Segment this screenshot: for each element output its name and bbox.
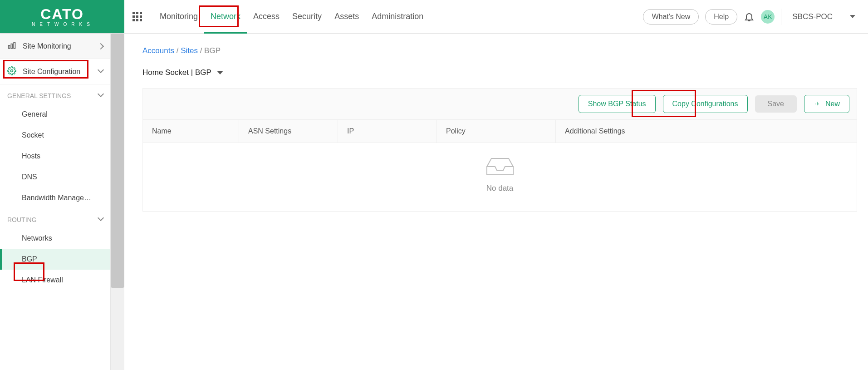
sidebar-section-general-settings[interactable]: GENERAL SETTINGS — [0, 84, 110, 104]
section-label-text: GENERAL SETTINGS — [7, 92, 71, 99]
sidebar-subitem-lan-firewall[interactable]: LAN Firewall — [0, 270, 110, 291]
chevron-down-icon — [98, 68, 103, 76]
sidebar: Site Monitoring Site Configuration GENER… — [0, 34, 111, 370]
column-header-asn[interactable]: ASN Settings — [239, 120, 338, 143]
sidebar-subitem-dns[interactable]: DNS — [0, 167, 110, 187]
sidebar-subitem-bandwidth[interactable]: Bandwidth Manage… — [0, 187, 110, 208]
sidebar-item-label: Site Configuration — [23, 68, 80, 76]
body-row: Site Monitoring Site Configuration GENER… — [0, 34, 868, 370]
save-button: Save — [755, 95, 797, 113]
apps-grid-icon[interactable] — [132, 12, 142, 22]
new-button-label: New — [825, 100, 840, 108]
column-header-ip[interactable]: IP — [338, 120, 437, 143]
sidebar-subitem-networks[interactable]: Networks — [0, 228, 110, 249]
breadcrumb-current: BGP — [204, 46, 221, 55]
toolbar: Show BGP Status Copy Configurations Save… — [142, 88, 857, 119]
column-header-name[interactable]: Name — [143, 120, 239, 143]
copy-configurations-button[interactable]: Copy Configurations — [663, 95, 748, 113]
empty-state-text: No data — [486, 184, 514, 193]
header-divider — [781, 9, 781, 25]
empty-state: No data — [142, 143, 857, 212]
sidebar-scroll-track[interactable] — [111, 34, 124, 370]
svg-rect-2 — [14, 42, 15, 48]
header-right: What's New Help AK SBCS-POC — [643, 0, 868, 33]
chevron-down-icon — [98, 216, 103, 223]
sidebar-subitem-general[interactable]: General — [0, 104, 110, 125]
section-label-text: ROUTING — [7, 216, 37, 223]
account-switcher[interactable]: SBCS-POC — [788, 12, 860, 21]
chevron-down-icon — [98, 92, 103, 99]
breadcrumb-separator: / — [177, 46, 181, 55]
whats-new-button[interactable]: What's New — [643, 9, 699, 25]
sidebar-item-label: Site Monitoring — [23, 42, 71, 50]
user-avatar[interactable]: AK — [761, 10, 775, 24]
page-title-text: Home Socket | BGP — [142, 68, 211, 77]
chevron-down-icon — [217, 71, 223, 74]
nav-administration[interactable]: Administration — [365, 0, 430, 34]
sidebar-subitem-bgp[interactable]: BGP — [0, 249, 110, 270]
account-name-label: SBCS-POC — [792, 12, 833, 21]
gear-icon — [7, 66, 16, 77]
svg-rect-1 — [11, 44, 12, 48]
brand-logo[interactable]: CATO NETWORKS — [0, 0, 124, 33]
logo-tagline-text: NETWORKS — [32, 22, 94, 27]
svg-point-3 — [11, 69, 13, 72]
svg-rect-0 — [9, 45, 10, 49]
sidebar-item-site-monitoring[interactable]: Site Monitoring — [0, 34, 110, 59]
show-bgp-status-button[interactable]: Show BGP Status — [579, 95, 656, 113]
sidebar-item-site-configuration[interactable]: Site Configuration — [0, 59, 110, 84]
sidebar-subitem-socket[interactable]: Socket — [0, 125, 110, 146]
sparkle-plus-icon — [814, 100, 822, 108]
new-button[interactable]: New — [804, 95, 849, 113]
nav-security[interactable]: Security — [286, 0, 328, 34]
main-content: Accounts / Sites / BGP Home Socket | BGP… — [124, 34, 868, 370]
svg-point-4 — [817, 104, 818, 104]
nav-network[interactable]: Network — [204, 0, 247, 34]
nav-monitoring[interactable]: Monitoring — [153, 0, 204, 34]
nav-access[interactable]: Access — [247, 0, 286, 34]
nav-assets[interactable]: Assets — [328, 0, 365, 34]
chevron-right-icon — [98, 42, 103, 50]
inbox-tray-icon — [485, 156, 515, 177]
chevron-down-icon — [850, 15, 855, 18]
sidebar-scroll-thumb[interactable] — [111, 34, 124, 288]
breadcrumb: Accounts / Sites / BGP — [142, 46, 857, 55]
column-header-policy[interactable]: Policy — [437, 120, 556, 143]
logo-brand-text: CATO — [40, 6, 84, 22]
main-nav: Monitoring Network Access Security Asset… — [124, 0, 643, 33]
column-header-additional[interactable]: Additional Settings — [556, 120, 857, 143]
breadcrumb-accounts-link[interactable]: Accounts — [142, 46, 174, 55]
breadcrumb-sites-link[interactable]: Sites — [181, 46, 198, 55]
notifications-bell-icon[interactable] — [744, 11, 755, 22]
page-title-dropdown[interactable]: Home Socket | BGP — [142, 68, 857, 77]
table-header-row: Name ASN Settings IP Policy Additional S… — [142, 119, 857, 143]
help-button[interactable]: Help — [705, 9, 737, 25]
sidebar-subitem-hosts[interactable]: Hosts — [0, 146, 110, 167]
sidebar-section-routing[interactable]: ROUTING — [0, 208, 110, 228]
global-header: CATO NETWORKS Monitoring Network Access … — [0, 0, 868, 34]
chart-bar-icon — [7, 41, 16, 52]
breadcrumb-separator: / — [200, 46, 204, 55]
